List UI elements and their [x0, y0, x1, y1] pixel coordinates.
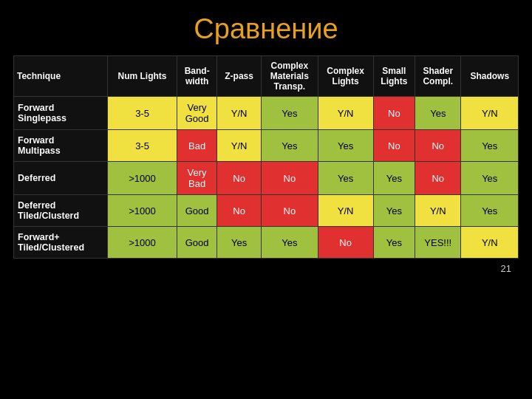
cell-2-5: Yes: [373, 162, 415, 195]
cell-0-6: Yes: [415, 97, 461, 130]
cell-1-6: No: [415, 130, 461, 162]
cell-4-2: Yes: [217, 227, 262, 259]
cell-2-2: No: [217, 162, 262, 195]
comparison-table-wrap: TechniqueNum LightsBand- widthZ-passComp…: [0, 55, 532, 259]
table-header-7: Shader Compl.: [415, 56, 461, 97]
page-footer: 21: [0, 259, 532, 274]
table-row: Deferred>1000Very BadNoNoYesYesNoYes: [14, 162, 519, 195]
table-header-2: Band- width: [177, 56, 217, 97]
table-header-4: Complex Materials Transp.: [262, 56, 318, 97]
cell-0-0: 3-5: [107, 97, 177, 130]
cell-3-0: >1000: [107, 195, 177, 227]
table-header-0: Technique: [14, 56, 108, 97]
cell-4-5: Yes: [373, 227, 415, 259]
cell-3-6: Y/N: [415, 195, 461, 227]
cell-2-3: No: [262, 162, 318, 195]
cell-1-2: Y/N: [217, 130, 262, 162]
cell-0-2: Y/N: [217, 97, 262, 130]
cell-3-4: Y/N: [318, 195, 373, 227]
cell-1-7: Yes: [461, 130, 519, 162]
cell-3-1: Good: [177, 195, 217, 227]
cell-0-4: Y/N: [318, 97, 373, 130]
cell-technique-0: Forward Singlepass: [14, 97, 108, 130]
cell-3-3: No: [262, 195, 318, 227]
cell-2-7: Yes: [461, 162, 519, 195]
cell-technique-4: Forward+ Tiled/Clustered: [14, 227, 108, 259]
cell-2-0: >1000: [107, 162, 177, 195]
cell-1-3: Yes: [262, 130, 318, 162]
page-number: 21: [501, 263, 511, 274]
cell-2-6: No: [415, 162, 461, 195]
cell-4-0: >1000: [107, 227, 177, 259]
table-header-8: Shadows: [461, 56, 519, 97]
table-row: Forward Singlepass3-5Very GoodY/NYesY/NN…: [14, 97, 519, 130]
table-header-1: Num Lights: [107, 56, 177, 97]
cell-technique-2: Deferred: [14, 162, 108, 195]
cell-1-5: No: [373, 130, 415, 162]
table-row: Forward+ Tiled/Clustered>1000GoodYesYesN…: [14, 227, 519, 259]
table-row: Forward Multipass3-5BadY/NYesYesNoNoYes: [14, 130, 519, 162]
table-header-3: Z-pass: [217, 56, 262, 97]
cell-0-3: Yes: [262, 97, 318, 130]
cell-3-5: Yes: [373, 195, 415, 227]
cell-technique-3: Deferred Tiled/Clusterd: [14, 195, 108, 227]
cell-0-5: No: [373, 97, 415, 130]
page-title: Сравнение: [0, 0, 532, 55]
cell-1-1: Bad: [177, 130, 217, 162]
cell-0-7: Y/N: [461, 97, 519, 130]
cell-4-1: Good: [177, 227, 217, 259]
table-row: Deferred Tiled/Clusterd>1000GoodNoNoY/NY…: [14, 195, 519, 227]
table-header-row: TechniqueNum LightsBand- widthZ-passComp…: [14, 56, 519, 97]
cell-2-1: Very Bad: [177, 162, 217, 195]
cell-0-1: Very Good: [177, 97, 217, 130]
cell-2-4: Yes: [318, 162, 373, 195]
cell-1-0: 3-5: [107, 130, 177, 162]
table-header-5: Complex Lights: [318, 56, 373, 97]
cell-3-2: No: [217, 195, 262, 227]
cell-4-4: No: [318, 227, 373, 259]
table-header-6: Small Lights: [373, 56, 415, 97]
cell-4-6: YES!!!: [415, 227, 461, 259]
cell-4-3: Yes: [262, 227, 318, 259]
cell-3-7: Yes: [461, 195, 519, 227]
cell-4-7: Y/N: [461, 227, 519, 259]
cell-1-4: Yes: [318, 130, 373, 162]
cell-technique-1: Forward Multipass: [14, 130, 108, 162]
comparison-table: TechniqueNum LightsBand- widthZ-passComp…: [13, 55, 519, 259]
